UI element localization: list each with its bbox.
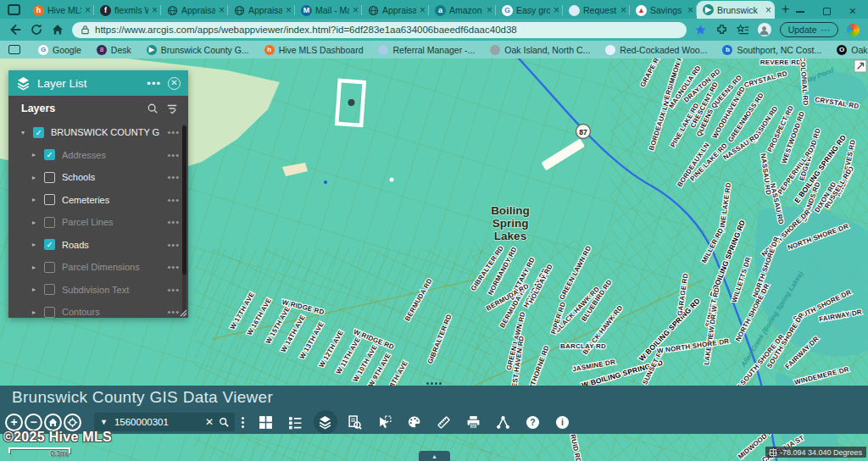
tab-close-icon[interactable]: × (487, 5, 492, 15)
layer-checkbox[interactable]: ✓ (33, 127, 44, 138)
browser-tab[interactable]: ▲Savings &× (630, 2, 697, 19)
layer-row[interactable]: ▸Parcel Lines••• (8, 211, 188, 234)
parcel-search-input[interactable] (113, 416, 200, 428)
bookmark-item[interactable]: OOak Island Restaura... (829, 42, 868, 57)
layer-checkbox[interactable]: ✓ (44, 239, 55, 250)
layer-panel-header[interactable]: Layer List ••• ✕ (8, 70, 188, 96)
browser-tab[interactable]: Appraisal× (362, 2, 429, 19)
layer-options-icon[interactable]: ••• (167, 217, 180, 227)
bookmark-item[interactable]: GGoogle (31, 42, 89, 57)
layers-search-icon[interactable] (147, 103, 159, 114)
maximize-icon[interactable] (823, 8, 831, 15)
expand-arrow-icon[interactable]: ▸ (31, 174, 37, 181)
expand-arrow-icon[interactable]: ▸ (31, 219, 37, 226)
layer-row[interactable]: ▾✓BRUNSWICK COUNTY GIS••• (8, 121, 188, 144)
window-menu-icon[interactable] (8, 4, 20, 15)
browser-tab[interactable]: Request f× (563, 2, 630, 19)
layer-row[interactable]: ▸✓Roads••• (8, 234, 188, 257)
panel-scrollbar[interactable] (182, 125, 186, 314)
home-button[interactable] (44, 414, 62, 431)
collapse-arrow-icon[interactable]: ▾ (19, 129, 26, 136)
browser-tab[interactable]: MMail - Ma× (295, 2, 362, 19)
layer-checkbox[interactable] (44, 217, 55, 228)
layer-checkbox[interactable] (44, 284, 55, 295)
tab-close-icon[interactable]: × (420, 5, 426, 15)
layer-list-tool-button[interactable] (310, 412, 340, 432)
layer-checkbox[interactable]: ✓ (44, 149, 55, 160)
coordinate-crosshair-icon[interactable] (770, 449, 776, 456)
help-tool-button[interactable]: ? (518, 412, 548, 432)
extensions-icon[interactable] (715, 24, 728, 36)
layer-checkbox[interactable] (44, 262, 55, 273)
layer-options-icon[interactable]: ••• (167, 240, 180, 250)
new-tab-button[interactable]: + (782, 3, 789, 16)
legend-tool-button[interactable] (281, 412, 310, 432)
browser-tab[interactable]: fflexmls W× (94, 2, 161, 19)
print-tool-button[interactable] (459, 412, 488, 432)
layer-options-icon[interactable]: ••• (167, 307, 180, 317)
panel-scrollbar-thumb[interactable] (182, 126, 186, 275)
browser-tab[interactable]: ▶Brunswick× (697, 1, 775, 19)
expand-arrow-icon[interactable]: ▸ (31, 151, 37, 158)
search-dropdown-icon[interactable]: ▼ (100, 418, 108, 426)
tab-close-icon[interactable]: × (620, 5, 626, 15)
bookmark-item[interactable]: Red-Cockaded Woo... (598, 42, 715, 57)
browser-tab[interactable]: aAmazon F× (429, 2, 496, 19)
toolbar-more-icon[interactable] (241, 417, 244, 428)
browser-tab[interactable]: Appraisal× (228, 2, 295, 19)
layer-row[interactable]: ▸✓Addresses••• (8, 144, 188, 167)
select-tool-button[interactable] (370, 412, 399, 432)
browser-update-button[interactable]: Update⋯ (780, 22, 838, 37)
bookmark-item[interactable]: ▶Brunswick County G... (139, 42, 257, 57)
browser-tab[interactable]: Appraisal× (161, 2, 228, 19)
panel-resize-handle[interactable] (179, 308, 187, 317)
more-menu-icon[interactable]: ⋯ (821, 25, 831, 35)
browser-tab[interactable]: GEasy grou× (496, 2, 563, 19)
tab-close-icon[interactable]: × (286, 5, 292, 15)
measure-tool-button[interactable] (429, 412, 459, 432)
draw-tool-button[interactable] (399, 412, 429, 432)
apps-grid-icon[interactable] (8, 45, 20, 54)
bookmark-item[interactable]: Referral Manager -... (370, 42, 482, 57)
copilot-icon[interactable] (847, 24, 860, 36)
zoom-in-button[interactable]: + (5, 414, 23, 431)
attribute-table-handle[interactable] (426, 382, 442, 385)
favorites-list-icon[interactable] (737, 24, 749, 36)
browser-home-icon[interactable] (51, 23, 64, 36)
layer-row[interactable]: ▸Contours••• (8, 301, 188, 318)
browser-tab[interactable]: hHive MLS× (27, 2, 94, 19)
bookmark-star-icon[interactable] (694, 24, 707, 36)
layer-options-icon[interactable]: ••• (167, 285, 180, 295)
bookmark-item[interactable]: bSouthport, NC Cost... (715, 42, 829, 57)
refresh-icon[interactable] (30, 23, 43, 36)
layer-checkbox[interactable] (44, 194, 55, 205)
layer-options-icon[interactable]: ••• (167, 150, 180, 160)
tab-close-icon[interactable]: × (687, 5, 693, 15)
tab-close-icon[interactable]: × (85, 5, 91, 15)
layer-options-icon[interactable]: ••• (167, 195, 180, 205)
tab-close-icon[interactable]: × (554, 5, 559, 15)
layers-filter-icon[interactable] (166, 103, 178, 114)
expand-arrow-icon[interactable]: ▸ (31, 264, 37, 271)
tab-close-icon[interactable]: × (353, 5, 359, 15)
panel-close-icon[interactable]: ✕ (168, 77, 181, 90)
bookmark-item[interactable]: Oak Island, North C... (482, 42, 598, 57)
window-close-icon[interactable]: × (849, 8, 856, 15)
parcel-search-widget[interactable]: ▼ ✕ (94, 413, 235, 431)
share-tool-button[interactable] (488, 412, 518, 432)
address-bar[interactable]: https://www.arcgis.com/apps/webappviewer… (72, 22, 687, 38)
tab-close-icon[interactable]: × (219, 5, 225, 15)
profile-avatar[interactable] (758, 23, 771, 36)
expand-arrow-icon[interactable]: ▸ (31, 286, 37, 293)
layer-options-icon[interactable]: ••• (167, 172, 180, 182)
expand-arrow-icon[interactable]: ▸ (31, 241, 37, 248)
layer-row[interactable]: ▸Parcel Dimensions••• (8, 256, 188, 279)
layer-options-icon[interactable]: ••• (167, 127, 180, 137)
about-tool-button[interactable]: i (548, 412, 577, 432)
locate-button[interactable] (64, 414, 81, 431)
attribute-search-tool-button[interactable] (340, 412, 370, 432)
back-icon[interactable] (8, 23, 22, 36)
bookmark-item[interactable]: 8Desk (89, 42, 139, 57)
bookmark-item[interactable]: hHive MLS Dashboard (257, 42, 371, 57)
layer-row[interactable]: ▸Subdivision Text••• (8, 279, 188, 302)
